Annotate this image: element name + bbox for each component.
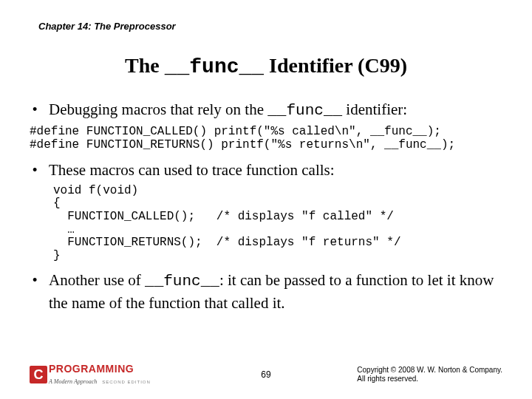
page-number: 69 (261, 369, 270, 380)
bullet-1-pre: Debugging macros that rely on the (49, 100, 267, 118)
logo: C PROGRAMMING A Modern Approach SECOND E… (30, 364, 151, 386)
footer: C PROGRAMMING A Modern Approach SECOND E… (0, 364, 532, 386)
bullet-1: • Debugging macros that rely on the __fu… (30, 99, 502, 121)
chapter-header: Chapter 14: The Preprocessor (38, 21, 502, 32)
slide-title: The __func__ Identifier (C99) (30, 54, 502, 78)
logo-subtitle: A Modern Approach (49, 378, 97, 385)
bullet-list-2: • These macros can used to trace functio… (30, 160, 502, 180)
code-block-2: void f(void) { FUNCTION_CALLED(); /* dis… (53, 185, 502, 263)
copyright: Copyright © 2008 W. W. Norton & Company.… (357, 366, 502, 383)
bullet-1-mono: __func__ (267, 102, 342, 119)
title-mono: __func__ (165, 55, 264, 78)
copyright-line-1: Copyright © 2008 W. W. Norton & Company. (357, 366, 502, 375)
bullet-list: • Debugging macros that rely on the __fu… (30, 99, 502, 121)
title-prefix: The (125, 54, 165, 77)
logo-edition: SECOND EDITION (102, 380, 151, 384)
bullet-dot: • (30, 99, 49, 121)
bullet-dot: • (30, 270, 49, 313)
bullet-2: • These macros can used to trace functio… (30, 160, 502, 180)
title-suffix: Identifier (C99) (264, 54, 407, 77)
copyright-line-2: All rights reserved. (357, 375, 502, 383)
code-block-1: #define FUNCTION_CALLED() printf("%s cal… (30, 126, 502, 151)
logo-main-text: PROGRAMMING (49, 364, 151, 374)
bullet-2-text: These macros can used to trace function … (49, 160, 502, 180)
bullet-3-mono: __func__ (145, 273, 219, 290)
bullet-dot: • (30, 160, 49, 180)
bullet-3-pre: Another use of (49, 271, 145, 289)
bullet-3: • Another use of __func__: it can be pas… (30, 270, 502, 313)
bullet-1-post: identifier: (342, 100, 407, 118)
logo-c-icon: C (30, 366, 47, 383)
bullet-list-3: • Another use of __func__: it can be pas… (30, 270, 502, 313)
